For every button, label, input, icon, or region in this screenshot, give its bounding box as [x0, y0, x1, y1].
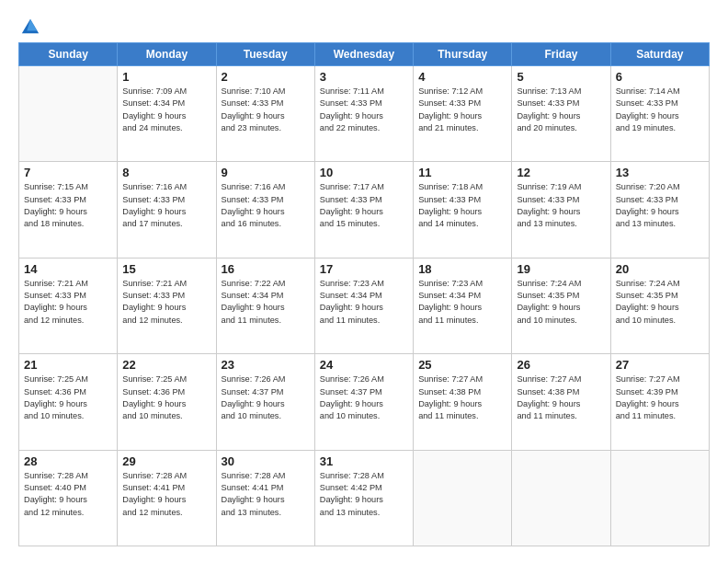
day-info: Sunrise: 7:10 AMSunset: 4:33 PMDaylight:… — [222, 86, 310, 134]
day-number: 13 — [616, 166, 704, 179]
calendar-cell: 21Sunrise: 7:25 AMSunset: 4:36 PMDayligh… — [19, 354, 118, 450]
calendar-cell: 1Sunrise: 7:09 AMSunset: 4:34 PMDaylight… — [118, 66, 216, 162]
calendar-cell: 19Sunrise: 7:24 AMSunset: 4:35 PMDayligh… — [512, 258, 610, 353]
calendar-day-header: Friday — [512, 43, 610, 66]
day-number: 18 — [418, 262, 506, 276]
day-info: Sunrise: 7:24 AMSunset: 4:35 PMDaylight:… — [616, 278, 704, 327]
day-number: 14 — [24, 262, 112, 276]
day-info: Sunrise: 7:24 AMSunset: 4:35 PMDaylight:… — [517, 278, 605, 327]
calendar-cell: 14Sunrise: 7:21 AMSunset: 4:33 PMDayligh… — [19, 258, 118, 353]
page: SundayMondayTuesdayWednesdayThursdayFrid… — [0, 0, 728, 563]
day-number: 29 — [122, 454, 210, 468]
day-number: 31 — [320, 454, 408, 468]
day-number: 27 — [616, 358, 704, 372]
calendar-cell: 9Sunrise: 7:16 AMSunset: 4:33 PMDaylight… — [216, 162, 314, 258]
calendar-cell — [19, 66, 118, 162]
calendar-cell: 15Sunrise: 7:21 AMSunset: 4:33 PMDayligh… — [118, 258, 216, 353]
day-info: Sunrise: 7:17 AMSunset: 4:33 PMDaylight:… — [320, 181, 408, 230]
day-info: Sunrise: 7:20 AMSunset: 4:33 PMDaylight:… — [616, 181, 704, 230]
day-info: Sunrise: 7:12 AMSunset: 4:33 PMDaylight:… — [418, 86, 506, 134]
calendar-cell: 23Sunrise: 7:26 AMSunset: 4:37 PMDayligh… — [216, 354, 314, 450]
day-info: Sunrise: 7:16 AMSunset: 4:33 PMDaylight:… — [122, 181, 210, 230]
day-number: 23 — [222, 358, 310, 372]
calendar-week-row: 1Sunrise: 7:09 AMSunset: 4:34 PMDaylight… — [19, 66, 710, 162]
calendar-day-header: Saturday — [610, 43, 709, 66]
day-info: Sunrise: 7:22 AMSunset: 4:34 PMDaylight:… — [222, 278, 310, 327]
calendar-cell: 8Sunrise: 7:16 AMSunset: 4:33 PMDaylight… — [118, 162, 216, 258]
day-number: 6 — [616, 70, 704, 84]
calendar-cell: 20Sunrise: 7:24 AMSunset: 4:35 PMDayligh… — [610, 258, 709, 353]
day-info: Sunrise: 7:27 AMSunset: 4:39 PMDaylight:… — [616, 373, 704, 422]
calendar-cell: 27Sunrise: 7:27 AMSunset: 4:39 PMDayligh… — [610, 354, 709, 450]
day-info: Sunrise: 7:28 AMSunset: 4:42 PMDaylight:… — [320, 470, 408, 519]
day-number: 12 — [517, 166, 605, 179]
calendar-day-header: Wednesday — [314, 43, 413, 66]
day-number: 4 — [418, 70, 506, 84]
day-info: Sunrise: 7:23 AMSunset: 4:34 PMDaylight:… — [418, 278, 506, 327]
day-number: 24 — [320, 358, 408, 372]
day-info: Sunrise: 7:28 AMSunset: 4:40 PMDaylight:… — [24, 470, 112, 519]
calendar-cell — [610, 450, 709, 546]
calendar-cell: 3Sunrise: 7:11 AMSunset: 4:33 PMDaylight… — [314, 66, 413, 162]
calendar-cell: 2Sunrise: 7:10 AMSunset: 4:33 PMDaylight… — [216, 66, 314, 162]
calendar-cell: 13Sunrise: 7:20 AMSunset: 4:33 PMDayligh… — [610, 162, 709, 258]
day-info: Sunrise: 7:25 AMSunset: 4:36 PMDaylight:… — [24, 373, 112, 422]
day-number: 3 — [320, 70, 408, 84]
day-number: 15 — [122, 262, 210, 276]
logo — [18, 17, 40, 33]
calendar-cell: 11Sunrise: 7:18 AMSunset: 4:33 PMDayligh… — [414, 162, 512, 258]
day-info: Sunrise: 7:11 AMSunset: 4:33 PMDaylight:… — [320, 86, 408, 134]
day-info: Sunrise: 7:19 AMSunset: 4:33 PMDaylight:… — [517, 181, 605, 230]
header — [18, 17, 710, 33]
day-number: 7 — [24, 166, 112, 179]
day-number: 8 — [122, 166, 210, 179]
calendar-week-row: 14Sunrise: 7:21 AMSunset: 4:33 PMDayligh… — [19, 258, 710, 353]
calendar-cell — [414, 450, 512, 546]
day-number: 28 — [24, 454, 112, 468]
calendar-cell: 24Sunrise: 7:26 AMSunset: 4:37 PMDayligh… — [314, 354, 413, 450]
calendar-cell: 25Sunrise: 7:27 AMSunset: 4:38 PMDayligh… — [414, 354, 512, 450]
day-info: Sunrise: 7:28 AMSunset: 4:41 PMDaylight:… — [222, 470, 310, 519]
calendar-cell: 10Sunrise: 7:17 AMSunset: 4:33 PMDayligh… — [314, 162, 413, 258]
day-number: 2 — [222, 70, 310, 84]
day-number: 9 — [222, 166, 310, 179]
day-number: 22 — [122, 358, 210, 372]
calendar-cell: 29Sunrise: 7:28 AMSunset: 4:41 PMDayligh… — [118, 450, 216, 546]
calendar-week-row: 21Sunrise: 7:25 AMSunset: 4:36 PMDayligh… — [19, 354, 710, 450]
calendar-day-header: Tuesday — [216, 43, 314, 66]
day-info: Sunrise: 7:15 AMSunset: 4:33 PMDaylight:… — [24, 181, 112, 230]
calendar-cell: 5Sunrise: 7:13 AMSunset: 4:33 PMDaylight… — [512, 66, 610, 162]
calendar-cell: 17Sunrise: 7:23 AMSunset: 4:34 PMDayligh… — [314, 258, 413, 353]
day-info: Sunrise: 7:28 AMSunset: 4:41 PMDaylight:… — [122, 470, 210, 519]
day-info: Sunrise: 7:21 AMSunset: 4:33 PMDaylight:… — [24, 278, 112, 327]
day-info: Sunrise: 7:26 AMSunset: 4:37 PMDaylight:… — [320, 373, 408, 422]
calendar-cell: 18Sunrise: 7:23 AMSunset: 4:34 PMDayligh… — [414, 258, 512, 353]
day-info: Sunrise: 7:27 AMSunset: 4:38 PMDaylight:… — [517, 373, 605, 422]
calendar-cell: 16Sunrise: 7:22 AMSunset: 4:34 PMDayligh… — [216, 258, 314, 353]
calendar-week-row: 28Sunrise: 7:28 AMSunset: 4:40 PMDayligh… — [19, 450, 710, 546]
calendar-cell: 30Sunrise: 7:28 AMSunset: 4:41 PMDayligh… — [216, 450, 314, 546]
day-info: Sunrise: 7:21 AMSunset: 4:33 PMDaylight:… — [122, 278, 210, 327]
calendar-cell: 31Sunrise: 7:28 AMSunset: 4:42 PMDayligh… — [314, 450, 413, 546]
day-info: Sunrise: 7:09 AMSunset: 4:34 PMDaylight:… — [122, 86, 210, 134]
calendar-header-row: SundayMondayTuesdayWednesdayThursdayFrid… — [19, 43, 710, 66]
calendar-cell: 4Sunrise: 7:12 AMSunset: 4:33 PMDaylight… — [414, 66, 512, 162]
day-number: 1 — [122, 70, 210, 84]
calendar-cell: 6Sunrise: 7:14 AMSunset: 4:33 PMDaylight… — [610, 66, 709, 162]
day-number: 16 — [222, 262, 310, 276]
day-info: Sunrise: 7:13 AMSunset: 4:33 PMDaylight:… — [517, 86, 605, 134]
calendar-day-header: Thursday — [414, 43, 512, 66]
day-number: 25 — [418, 358, 506, 372]
day-info: Sunrise: 7:16 AMSunset: 4:33 PMDaylight:… — [222, 181, 310, 230]
calendar-day-header: Sunday — [19, 43, 118, 66]
logo-icon — [20, 17, 40, 37]
day-number: 20 — [616, 262, 704, 276]
day-info: Sunrise: 7:18 AMSunset: 4:33 PMDaylight:… — [418, 181, 506, 230]
day-number: 17 — [320, 262, 408, 276]
day-number: 21 — [24, 358, 112, 372]
calendar-week-row: 7Sunrise: 7:15 AMSunset: 4:33 PMDaylight… — [19, 162, 710, 258]
calendar-cell: 12Sunrise: 7:19 AMSunset: 4:33 PMDayligh… — [512, 162, 610, 258]
day-info: Sunrise: 7:23 AMSunset: 4:34 PMDaylight:… — [320, 278, 408, 327]
calendar-day-header: Monday — [118, 43, 216, 66]
calendar-cell: 26Sunrise: 7:27 AMSunset: 4:38 PMDayligh… — [512, 354, 610, 450]
